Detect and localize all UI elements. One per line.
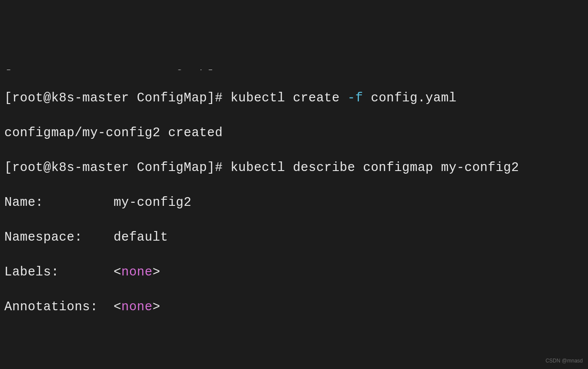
prompt-dir-2: ConfigMap bbox=[137, 161, 207, 175]
prompt-dir: ConfigMap bbox=[137, 91, 207, 105]
prompt-sep bbox=[129, 91, 137, 105]
labels-label: Labels: bbox=[4, 265, 114, 279]
cmd1-kubectl-create: kubectl create bbox=[230, 91, 348, 105]
cmd1-file: config.yaml bbox=[363, 91, 457, 105]
partial-prompt: [root@k8s-master ConfigMap]# bbox=[4, 70, 223, 72]
namespace-label: Namespace: bbox=[4, 230, 114, 245]
prompt-open: [ bbox=[4, 91, 12, 105]
labels-gt: > bbox=[152, 265, 160, 279]
name-value: my-config2 bbox=[114, 195, 192, 210]
prompt-user-2: root@k8s-master bbox=[12, 161, 129, 175]
annotations-none: none bbox=[122, 300, 153, 314]
prompt-close-2: ]# bbox=[207, 161, 231, 175]
blank-line-1 bbox=[4, 333, 584, 351]
namespace-value: default bbox=[114, 230, 168, 245]
watermark: CSDN @mnasd bbox=[545, 357, 583, 365]
labels-none: none bbox=[122, 265, 153, 279]
describe-namespace-row: Namespace: default bbox=[4, 229, 584, 246]
prompt-sep-2 bbox=[129, 161, 137, 175]
partial-previous-line: [root@k8s-master ConfigMap]# bbox=[4, 70, 584, 72]
annotations-gt: > bbox=[152, 300, 160, 314]
command-line-2: [root@k8s-master ConfigMap]# kubectl des… bbox=[4, 159, 584, 177]
describe-name-row: Name: my-config2 bbox=[4, 194, 584, 211]
prompt-close: ]# bbox=[207, 91, 231, 105]
prompt-user: root@k8s-master bbox=[12, 91, 129, 105]
cmd1-flag: -f bbox=[348, 91, 363, 105]
annotations-label: Annotations: bbox=[4, 300, 114, 314]
command-line-1: [root@k8s-master ConfigMap]# kubectl cre… bbox=[4, 90, 584, 107]
describe-labels-row: Labels: <none> bbox=[4, 264, 584, 281]
prompt-open-2: [ bbox=[4, 161, 12, 175]
annotations-lt: < bbox=[114, 300, 122, 314]
name-label: Name: bbox=[4, 195, 114, 210]
describe-annotations-row: Annotations: <none> bbox=[4, 299, 584, 316]
cmd1-output: configmap/my-config2 created bbox=[4, 124, 584, 142]
labels-lt: < bbox=[114, 265, 122, 279]
cmd2-kubectl-describe: kubectl describe configmap my-config2 bbox=[230, 161, 519, 175]
